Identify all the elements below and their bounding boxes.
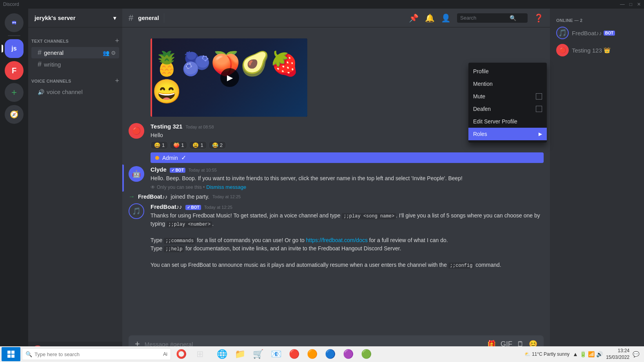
username-fredboat[interactable]: FredBoat♪♪ <box>151 203 182 210</box>
taskbar-app-4[interactable]: 🟢 <box>357 346 375 362</box>
notification-center-icon[interactable]: 💬 <box>633 351 639 357</box>
bot-badge-fredboat: ✓ BOT <box>185 205 201 210</box>
timestamp-testing321: Today at 08:58 <box>185 125 214 129</box>
avatar-testing321[interactable]: 🔴 <box>129 123 144 139</box>
pinned-messages-icon[interactable]: 📌 <box>409 13 419 23</box>
menu-item-deafen[interactable]: Deafen <box>468 103 547 115</box>
join-username[interactable]: FredBoat♪♪ <box>138 194 167 200</box>
taskbar-search-box[interactable]: 🔍 Ai <box>22 348 171 360</box>
online-category: ONLINE — 2 <box>553 15 641 24</box>
username-testing321[interactable]: Testing 321 <box>151 123 182 130</box>
menu-item-mute[interactable]: Mute <box>468 90 547 103</box>
search-box[interactable]: 🔍 <box>457 13 528 23</box>
minimize-button[interactable]: — <box>620 2 625 7</box>
menu-item-edit-profile[interactable]: Edit Server Profile <box>468 115 547 128</box>
taskbar-app-3[interactable]: 🟣 <box>339 346 357 362</box>
reaction-laugh[interactable]: 😂2 <box>209 141 226 149</box>
system-message-join: → FredBoat♪♪ joined the party. Today at … <box>122 192 550 202</box>
taskbar-app-edge[interactable]: 🌐 <box>213 346 230 362</box>
mute-checkbox[interactable] <box>536 93 542 100</box>
deafen-checkbox[interactable] <box>536 106 542 112</box>
weather-info[interactable]: ⛅ 11°C Partly sunny <box>524 351 570 357</box>
server-item-f[interactable]: F <box>5 61 24 80</box>
server-item-discord[interactable] <box>5 13 24 32</box>
add-voice-channel-button[interactable]: + <box>115 77 119 85</box>
members-icon[interactable]: 👥 <box>103 50 109 56</box>
taskbar-app-1[interactable]: 🔴 <box>285 346 303 362</box>
menu-item-profile[interactable]: Profile <box>468 65 547 78</box>
ephemeral-notice-clyde: 👁 Only you can see this • Dismiss messag… <box>151 184 544 190</box>
taskbar-app-explorer[interactable]: 📁 <box>231 346 249 362</box>
channel-header-actions: 📌 🔔 👤 🔍 ❓ <box>409 13 544 23</box>
channel-header: # general 📌 🔔 👤 🔍 ❓ <box>122 9 550 27</box>
taskbar-ai-label[interactable]: Ai <box>163 351 167 357</box>
timestamp-fredboat: Today at 12:25 <box>204 205 232 210</box>
taskbar-app-mail[interactable]: 📧 <box>267 346 285 362</box>
notifications-icon[interactable]: 🔔 <box>425 13 435 23</box>
channel-name-writing: writing <box>44 61 61 68</box>
avatar-clyde[interactable]: 🤖 <box>129 166 144 182</box>
close-button[interactable]: ✕ <box>637 2 641 7</box>
code-config: ;;config <box>448 262 474 269</box>
hash-icon: # <box>38 49 42 57</box>
play-button[interactable]: ▶ <box>220 68 239 87</box>
admin-role-badge-container: Admin ✓ <box>151 152 544 163</box>
reaction-tired[interactable]: 😩1 <box>189 141 207 149</box>
header-divider <box>164 13 164 23</box>
systray-volume-icon[interactable]: 🔊 <box>596 351 603 357</box>
reaction-smile[interactable]: 😄1 <box>151 141 168 149</box>
server-item-js[interactable]: js <box>5 39 24 58</box>
member-bot-badge-fredboat: BOT <box>604 31 615 36</box>
taskbar-clock[interactable]: 13:24 15/03/2022 <box>606 348 629 361</box>
systray: ▲ 🔋 📶 🔊 <box>573 351 603 357</box>
message-header-fredboat: FredBoat♪♪ ✓ BOT Today at 12:25 <box>151 203 544 210</box>
reaction-peach[interactable]: 🍑1 <box>170 141 187 149</box>
dismiss-button[interactable]: Dismiss message <box>206 184 246 190</box>
search-icon: 🔍 <box>510 15 516 21</box>
taskbar-right: ⛅ 11°C Partly sunny ▲ 🔋 📶 🔊 13:24 15/03/… <box>524 348 642 361</box>
message-header-clyde: Clyde ✓ BOT Today at 10:55 <box>151 166 544 173</box>
username-clyde[interactable]: Clyde <box>151 166 167 173</box>
server-header[interactable]: jerykk's server ▾ <box>28 9 122 27</box>
taskbar-app-discord[interactable]: 🔵 <box>321 346 339 362</box>
taskbar-app-store[interactable]: 🛒 <box>249 346 267 362</box>
add-text-channel-button[interactable]: + <box>115 37 119 45</box>
members-list-icon[interactable]: 👤 <box>441 13 451 23</box>
taskbar-app-task-view[interactable]: ⊞ <box>191 346 209 362</box>
settings-icon[interactable]: ⚙ <box>111 50 116 56</box>
server-item-explore[interactable]: 🧭 <box>5 105 24 124</box>
fredboat-docs-link[interactable]: https://fredboat.com/docs <box>306 237 368 243</box>
taskbar-apps: 🌐 📁 🛒 📧 🔴 🟠 🔵 🟣 🟢 <box>213 346 375 362</box>
systray-battery-icon[interactable]: 🔋 <box>580 351 586 357</box>
channel-item-general[interactable]: # general 👥 ⚙ <box>31 47 119 58</box>
member-item-testing123[interactable]: 🔴 Testing 123 👑 <box>553 42 641 59</box>
taskbar-search-input[interactable] <box>34 351 159 357</box>
channel-item-writing[interactable]: # writing <box>31 59 119 70</box>
menu-item-mention[interactable]: Mention <box>468 78 547 90</box>
server-item-add[interactable]: + <box>5 83 24 102</box>
voice-channels-label: VOICE CHANNELS <box>31 79 71 83</box>
role-check-icon: ✓ <box>181 154 186 161</box>
text-channels-category: TEXT CHANNELS + <box>28 31 122 47</box>
crown-icon: 👑 <box>604 47 610 53</box>
ephemeral-text: Only you can see this • <box>157 185 205 190</box>
systray-network-icon[interactable]: 📶 <box>588 351 595 357</box>
systray-up-icon[interactable]: ▲ <box>573 351 578 357</box>
title-bar-controls: — □ ✕ <box>620 2 641 7</box>
taskbar-app-2[interactable]: 🟠 <box>303 346 321 362</box>
channel-name-general: general <box>44 49 63 56</box>
main-content: # general 📌 🔔 👤 🔍 ❓ <box>122 9 550 362</box>
code-help: ;;help <box>164 246 184 252</box>
menu-item-roles[interactable]: Roles ▶ <box>468 128 547 140</box>
avatar-fredboat[interactable]: 🎵 <box>129 203 144 219</box>
taskbar-app-cortana[interactable]: ⭕ <box>172 346 190 362</box>
maximize-button[interactable]: □ <box>629 2 632 7</box>
search-input[interactable] <box>460 15 507 21</box>
start-button[interactable] <box>2 347 20 361</box>
member-item-fredboat[interactable]: 🎵 FredBoat♪♪ BOT <box>553 24 641 42</box>
message-group-clyde: 🤖 Clyde ✓ BOT Today at 10:55 Hello. Beep… <box>122 165 550 192</box>
title-bar-title: Discord <box>3 2 19 7</box>
clock-time: 13:24 <box>606 348 629 354</box>
help-icon[interactable]: ❓ <box>534 13 544 23</box>
channel-item-voice[interactable]: 🔊 voice channel <box>31 87 119 97</box>
